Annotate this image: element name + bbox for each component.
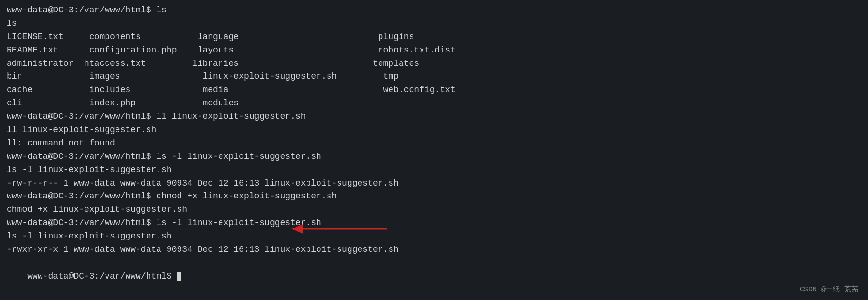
- file-row-6: cli index.php modules: [7, 97, 861, 110]
- watermark: CSDN @一纸 荒芜: [800, 284, 858, 295]
- terminal-line-chmod-echo: chmod +x linux-exploit-suggester.sh: [7, 203, 861, 217]
- terminal-line-ll-prompt: www-data@DC-3:/var/www/html$ ll linux-ex…: [7, 110, 861, 124]
- terminal-line-lsl-echo1: ls -l linux-exploit-suggester.sh: [7, 164, 861, 177]
- cursor: [177, 272, 181, 281]
- terminal-line-1: www-data@DC-3:/var/www/html$ ls: [7, 4, 861, 17]
- terminal-final-prompt[interactable]: www-data@DC-3:/var/www/html$: [7, 257, 861, 297]
- terminal-line-2: ls: [7, 17, 861, 31]
- file-listing: LICENSE.txt components language plugins …: [7, 31, 861, 110]
- file-row-1: LICENSE.txt components language plugins: [7, 31, 861, 44]
- file-row-4: bin images linux-exploit-suggester.sh tm…: [7, 70, 861, 83]
- terminal-line-perms-before: -rw-r--r-- 1 www-data www-data 90934 Dec…: [7, 177, 861, 190]
- terminal-line-lsl-echo2: ls -l linux-exploit-suggester.sh: [7, 230, 861, 243]
- file-row-2: README.txt configuration.php layouts rob…: [7, 44, 861, 57]
- terminal-line-lsl-prompt2: www-data@DC-3:/var/www/html$ ls -l linux…: [7, 217, 861, 230]
- red-arrow: [258, 219, 392, 246]
- terminal-line-ll-echo: ll linux-exploit-suggester.sh: [7, 124, 861, 137]
- terminal-line-perms-after: -rwxr-xr-x 1 www-data www-data 90934 Dec…: [7, 243, 861, 257]
- prompt-text: www-data@DC-3:/var/www/html$: [27, 271, 177, 281]
- terminal-line-chmod-prompt: www-data@DC-3:/var/www/html$ chmod +x li…: [7, 190, 861, 203]
- terminal: www-data@DC-3:/var/www/html$ ls ls LICEN…: [0, 0, 868, 300]
- terminal-line-ll-notfound: ll: command not found: [7, 137, 861, 150]
- file-row-3: administrator htaccess.txt libraries tem…: [7, 57, 861, 71]
- file-row-5: cache includes media web.config.txt: [7, 83, 861, 97]
- svg-marker-1: [291, 224, 303, 234]
- terminal-line-lsl-prompt1: www-data@DC-3:/var/www/html$ ls -l linux…: [7, 150, 861, 164]
